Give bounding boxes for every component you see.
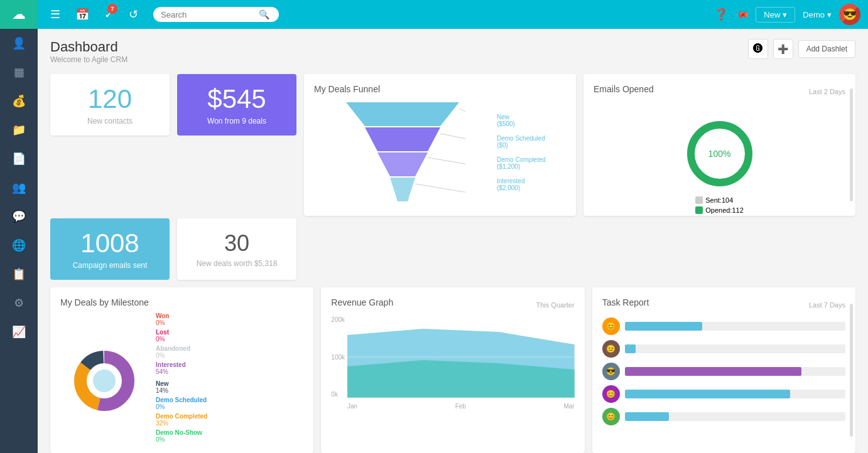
sidebar-item-reports[interactable]: 📋	[0, 260, 38, 289]
demo-dropdown-icon: ▾	[827, 10, 832, 19]
sidebar: ☁ 👤 ▦ 💰 📁 📄 👥 💬 🌐 📋 ⚙ 📈	[0, 0, 38, 453]
task-avatar-5: 😊	[602, 408, 620, 425]
sidebar-logo[interactable]: ☁	[0, 0, 38, 29]
scroll-indicator	[850, 88, 853, 202]
new-contacts-value: 120	[88, 84, 132, 114]
deals-funnel-title: My Deals Funnel	[314, 84, 566, 94]
task-bar-fill-2	[625, 344, 636, 353]
cloud-icon: ☁	[12, 6, 26, 23]
donut-sent: Sent:104	[695, 196, 744, 204]
nav-menu-icon[interactable]: ☰	[45, 5, 65, 24]
sidebar-item-web[interactable]: 🌐	[0, 231, 38, 260]
nav-calendar-icon[interactable]: 📅	[70, 5, 94, 24]
files-icon: 📁	[12, 123, 26, 137]
funnel-label-new: New ($500)	[497, 114, 566, 127]
deals-milestone-title: My Deals by Milestone	[60, 297, 303, 307]
task-bar-fill-1	[625, 322, 702, 331]
pie-new: New14%	[156, 380, 207, 394]
task-report-subtitle: Last 7 Days	[809, 301, 845, 309]
task-row-3: 😎	[602, 363, 845, 380]
sidebar-item-documents[interactable]: 📄	[0, 144, 38, 173]
main-wrapper: ☰ 📅 ✓ 7 ↺ 🔍 ❓ 📌 New ▾ Demo ▾ 😎	[38, 0, 868, 453]
sidebar-item-messages[interactable]: 💬	[0, 202, 38, 231]
task-report-card: Task Report Last 7 Days 😊 😐	[592, 287, 855, 453]
new-button[interactable]: New ▾	[756, 7, 795, 23]
dashboard-rows: 120 New contacts $545 Won from 9 deals M…	[50, 74, 855, 453]
won-deals-label: Won from 9 deals	[207, 117, 266, 125]
documents-icon: 📄	[12, 152, 26, 166]
revenue-graph-subtitle: This Quarter	[536, 301, 575, 309]
sidebar-item-deals[interactable]: 💰	[0, 87, 38, 115]
emails-opened-card: Emails Opened Last 2 Days 100%	[583, 74, 855, 216]
demo-button[interactable]: Demo ▾	[803, 10, 832, 19]
charts-icon: 📈	[12, 325, 26, 339]
search-icon: 🔍	[259, 9, 269, 19]
dashboard-title-block: Dashboard Welcome to Agile CRM	[50, 39, 127, 64]
pie-won: Won0%	[156, 312, 207, 326]
won-deals-card: $545 Won from 9 deals	[177, 74, 296, 136]
nav-tasks-icon[interactable]: ✓ 7	[99, 5, 119, 24]
row1b: 1008 Campaign emails sent 30 New deals w…	[50, 218, 855, 280]
sidebar-item-analytics[interactable]: ▦	[0, 58, 38, 87]
sidebar-item-files[interactable]: 📁	[0, 115, 38, 144]
pie-demo-comp: Demo Completed32%	[156, 413, 207, 427]
search-input[interactable]	[161, 10, 255, 19]
deals-funnel-card: My Deals Funnel	[304, 74, 576, 216]
dashboard-header: Dashboard Welcome to Agile CRM 🅖 ➕ Add D…	[50, 39, 855, 64]
sidebar-item-charts[interactable]: 📈	[0, 317, 38, 346]
task-bar-4	[625, 390, 845, 398]
pie-lost: Lost0%	[156, 329, 207, 343]
new-deals-card: 30 New deals worth $5,318	[177, 218, 296, 280]
pie-demo-sched: Demo Scheduled0%	[156, 397, 207, 410]
sidebar-item-groups[interactable]: 👥	[0, 173, 38, 202]
google-icon-btn[interactable]: 🅖	[748, 39, 768, 59]
sidebar-item-contacts[interactable]: 👤	[0, 29, 38, 58]
task-avatar-4: 😊	[602, 385, 620, 403]
demo-label: Demo	[803, 10, 825, 19]
campaign-emails-label: Campaign emails sent	[73, 261, 148, 270]
messages-icon: 💬	[12, 210, 26, 223]
task-bar-1	[625, 322, 845, 331]
svg-marker-2	[377, 152, 428, 176]
new-contacts-label: New contacts	[87, 117, 133, 125]
add-dashlet-label: Add Dashlet	[806, 45, 847, 53]
svg-line-5	[440, 134, 465, 140]
new-deals-value: 30	[224, 230, 249, 257]
task-bar-3	[625, 367, 845, 376]
task-report-title: Task Report	[602, 297, 649, 307]
svg-point-15	[93, 370, 116, 392]
tasks-badge: 7	[107, 4, 117, 14]
groups-icon: 👥	[12, 181, 26, 195]
pin-icon[interactable]: 📌	[734, 6, 751, 23]
add-dashlet-button[interactable]: Add Dashlet	[798, 40, 855, 58]
dashboard-title: Dashboard	[50, 39, 127, 55]
donut-legend: Sent:104 Opened:112	[695, 196, 744, 214]
revenue-graph-title: Revenue Graph	[331, 297, 393, 307]
row2: My Deals by Milestone	[50, 287, 855, 453]
campaign-emails-card: 1008 Campaign emails sent	[50, 218, 170, 280]
campaign-emails-value: 1008	[80, 228, 139, 258]
task-avatar-1: 😊	[602, 317, 620, 335]
svg-marker-3	[390, 178, 415, 201]
reports-icon: 📋	[12, 267, 26, 281]
sidebar-item-settings[interactable]: ⚙	[0, 289, 38, 317]
revenue-graph-card: Revenue Graph This Quarter 200k 100k 0k	[321, 287, 584, 453]
add-icon-btn[interactable]: ➕	[773, 39, 793, 59]
new-deals-label: New deals worth $5,318	[197, 259, 278, 268]
funnel-wrap: New ($500) Demo Scheduled ($0) Demo Comp…	[314, 99, 566, 206]
chart-area: Jan Feb Mar	[347, 316, 575, 410]
avatar[interactable]: 😎	[839, 4, 860, 25]
dashboard-subtitle: Welcome to Agile CRM	[50, 55, 127, 64]
task-bar-2	[625, 344, 845, 353]
row1: 120 New contacts $545 Won from 9 deals M…	[50, 74, 855, 216]
page-content: Dashboard Welcome to Agile CRM 🅖 ➕ Add D…	[38, 29, 868, 453]
pie-abandoned: Abandoned0%	[156, 345, 207, 359]
funnel-legend: New ($500) Demo Scheduled ($0) Demo Comp…	[497, 114, 566, 191]
deals-icon: 💰	[12, 94, 26, 108]
task-bar-fill-3	[625, 367, 801, 376]
help-icon[interactable]: ❓	[714, 8, 728, 21]
new-label: New	[764, 10, 780, 19]
donut-percent: 100%	[708, 149, 731, 159]
nav-history-icon[interactable]: ↺	[124, 5, 143, 24]
new-dropdown-icon: ▾	[783, 10, 787, 19]
